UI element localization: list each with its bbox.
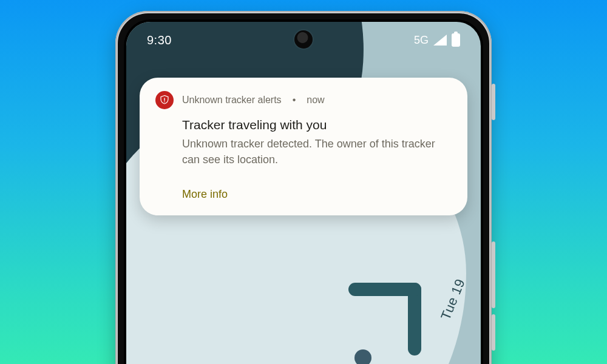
- more-info-button[interactable]: More info: [182, 188, 228, 201]
- notification-separator: •: [293, 95, 296, 106]
- svg-point-1: [164, 101, 165, 103]
- phone-frame: Tue 19 9:30 5G: [115, 11, 492, 364]
- notification-card[interactable]: Unknown tracker alerts • now Tracker tra…: [140, 78, 467, 215]
- notification-timestamp: now: [307, 95, 324, 106]
- status-right: 5G: [414, 33, 460, 47]
- wallpaper-dot: [354, 349, 371, 364]
- shield-alert-icon: [155, 91, 174, 109]
- network-label: 5G: [414, 34, 429, 47]
- phone-side-button: [492, 241, 495, 308]
- phone-side-button: [492, 314, 495, 351]
- wallpaper-accent: [348, 283, 421, 356]
- front-camera: [294, 30, 313, 49]
- stage: Tue 19 9:30 5G: [0, 0, 607, 364]
- notification-app-name: Unknown tracker alerts: [182, 95, 282, 106]
- battery-icon: [452, 33, 460, 47]
- phone-bezel: Tue 19 9:30 5G: [124, 19, 483, 364]
- notification-body: Unknown tracker detected. The owner of t…: [182, 136, 443, 167]
- notification-title: Tracker traveling with you: [182, 118, 452, 132]
- phone-screen: Tue 19 9:30 5G: [126, 22, 481, 364]
- status-time: 9:30: [147, 33, 172, 47]
- phone-side-button: [492, 84, 495, 120]
- signal-icon: [433, 35, 447, 46]
- notification-header: Unknown tracker alerts • now: [155, 91, 452, 109]
